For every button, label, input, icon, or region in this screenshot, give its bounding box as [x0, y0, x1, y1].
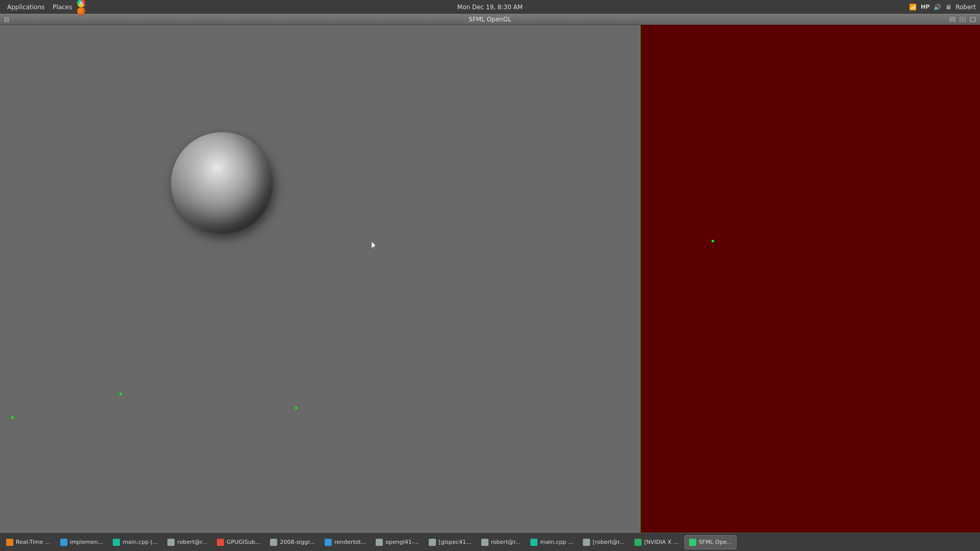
taskbar-icon-6 — [325, 539, 332, 546]
titlebar-menu-button[interactable] — [3, 16, 10, 23]
taskbar-label-2: main.cpp (... — [122, 539, 158, 545]
green-dot-2 — [119, 393, 122, 395]
main-content — [0, 25, 980, 533]
taskbar-item-4[interactable]: GPUGISub... — [213, 535, 264, 549]
titlebar-right-buttons: _ □ × — [948, 16, 977, 23]
mouse-cursor — [372, 241, 378, 251]
taskbar: Real-Time ... implemen... main.cpp (... … — [0, 533, 980, 551]
taskbar-label-12: [NVIDIA X ... — [644, 539, 679, 545]
green-vertical-line — [640, 25, 641, 533]
taskbar-label-9: robert@r... — [491, 539, 521, 545]
taskbar-item-9[interactable]: robert@r... — [477, 535, 525, 549]
topbar-datetime: Mon Dec 19, 8:30 AM — [457, 4, 523, 11]
sphere-shape — [171, 132, 273, 234]
taskbar-icon-12 — [634, 539, 642, 546]
taskbar-item-3[interactable]: robert@r... — [163, 535, 211, 549]
topbar-left: Applications Places — [4, 0, 85, 15]
taskbar-icon-1 — [60, 539, 67, 546]
dark-sidebar-panel — [640, 25, 980, 533]
taskbar-label-13: SFML Ope... — [699, 539, 732, 545]
taskbar-icon-13 — [689, 539, 696, 546]
taskbar-item-12[interactable]: [NVIDIA X ... — [630, 535, 683, 549]
taskbar-item-7[interactable]: opengl41-... — [372, 535, 423, 549]
taskbar-icon-8 — [429, 539, 436, 546]
taskbar-label-7: opengl41-... — [385, 539, 419, 545]
window-titlebar: SFML OpenGL _ □ × — [0, 14, 980, 25]
taskbar-icon-2 — [113, 539, 120, 546]
taskbar-icon-7 — [376, 539, 383, 546]
taskbar-item-8[interactable]: [glspec41... — [425, 535, 475, 549]
taskbar-label-3: robert@r... — [177, 539, 207, 545]
opengl-viewport[interactable] — [0, 25, 640, 533]
applications-menu[interactable]: Applications — [4, 3, 47, 12]
titlebar-left-buttons — [3, 16, 10, 23]
taskbar-icon-9 — [481, 539, 488, 546]
taskbar-icon-10 — [530, 539, 537, 546]
taskbar-icon-5 — [270, 539, 277, 546]
taskbar-item-0[interactable]: Real-Time ... — [2, 535, 55, 549]
taskbar-label-1: implemen... — [70, 539, 104, 545]
taskbar-label-11: [robert@r... — [593, 539, 625, 545]
taskbar-label-0: Real-Time ... — [16, 539, 51, 545]
window-title: SFML OpenGL — [469, 16, 511, 23]
taskbar-label-8: [glspec41... — [438, 539, 471, 545]
firefox-icon[interactable] — [77, 7, 85, 15]
green-dot-sidebar — [712, 240, 714, 242]
minimize-button[interactable]: _ — [948, 16, 957, 23]
taskbar-label-10: main.cpp ... — [540, 539, 573, 545]
taskbar-label-4: GPUGISub... — [227, 539, 260, 545]
taskbar-item-10[interactable]: main.cpp ... — [526, 535, 577, 549]
volume-icon[interactable]: 🔊 — [934, 4, 941, 11]
sphere-3d — [171, 132, 278, 239]
green-dot-1 — [11, 416, 14, 419]
taskbar-item-6[interactable]: rendertot... — [321, 535, 370, 549]
taskbar-label-6: rendertot... — [334, 539, 366, 545]
taskbar-item-1[interactable]: implemen... — [56, 535, 108, 549]
green-dot-3 — [295, 407, 298, 409]
chrome-icon[interactable] — [77, 0, 85, 7]
taskbar-icon-4 — [217, 539, 224, 546]
taskbar-label-5: 2008-siggr... — [280, 539, 315, 545]
close-button[interactable]: × — [969, 16, 977, 23]
taskbar-item-13[interactable]: SFML Ope... — [684, 535, 737, 549]
network-icon[interactable]: 📶 — [909, 4, 917, 11]
taskbar-icon-11 — [583, 539, 590, 546]
taskbar-icon-0 — [6, 539, 13, 546]
system-topbar: Applications Places Mon Dec 19, 8:30 AM … — [0, 0, 980, 14]
topbar-right: 📶 HP 🔊 🖥 Robert — [909, 4, 976, 11]
user-label[interactable]: Robert — [955, 4, 976, 11]
taskbar-item-5[interactable]: 2008-siggr... — [266, 535, 319, 549]
topbar-app-icons — [77, 0, 85, 15]
hp-icon[interactable]: HP — [921, 4, 929, 10]
taskbar-icon-3 — [167, 539, 175, 546]
taskbar-item-11[interactable]: [robert@r... — [579, 535, 629, 549]
taskbar-item-2[interactable]: main.cpp (... — [109, 535, 162, 549]
places-menu[interactable]: Places — [50, 3, 75, 12]
display-icon[interactable]: 🖥 — [945, 4, 951, 11]
maximize-button[interactable]: □ — [959, 16, 967, 23]
